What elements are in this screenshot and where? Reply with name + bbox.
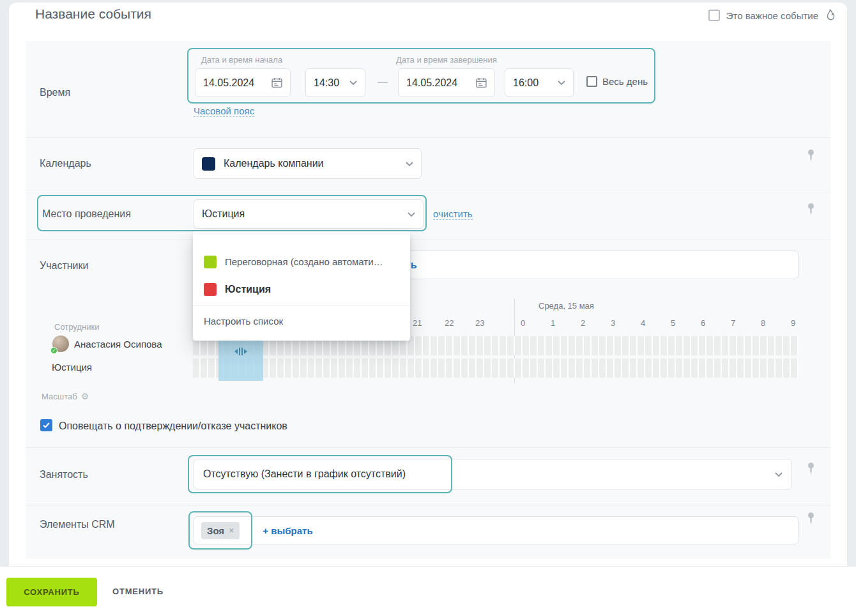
calendar-select[interactable]: Календарь компании	[194, 148, 422, 179]
tag-remove-icon[interactable]: ×	[229, 525, 234, 535]
important-event-group: Это важное событие	[708, 9, 836, 22]
crm-row-label: Элементы CRM	[40, 519, 115, 530]
notify-checkbox[interactable]	[40, 419, 52, 431]
scheduler-day-header: Среда, 15 мая	[539, 301, 594, 311]
end-time-select[interactable]: 16:00	[505, 68, 574, 97]
row-divider	[26, 447, 830, 448]
form-panel: Время Дата и время начала Дата и время з…	[26, 41, 830, 559]
resize-handle-icon[interactable]	[234, 348, 247, 355]
calendar-icon	[271, 77, 282, 88]
time-range-dash: —	[378, 76, 388, 88]
end-datetime-label: Дата и время завершения	[396, 55, 497, 65]
option-color-swatch	[204, 256, 217, 268]
row-divider	[26, 240, 830, 240]
scale-group: Масштаб ⚙	[42, 391, 89, 401]
crm-tag: Зоя ×	[201, 522, 240, 539]
start-time-value: 14:30	[314, 77, 339, 89]
all-day-label: Весь день	[602, 76, 648, 87]
row-divider	[26, 192, 830, 192]
hour-label: 8	[761, 318, 765, 328]
hour-label: 4	[641, 318, 645, 328]
crm-tag-label: Зоя	[207, 525, 224, 536]
hour-label: 23	[475, 318, 484, 328]
start-date-input[interactable]: 14.05.2024	[195, 68, 291, 97]
cancel-button[interactable]: ОТМЕНИТЬ	[112, 587, 164, 596]
location-option[interactable]: Юстиция	[193, 275, 410, 303]
location-option[interactable]: Переговорная (создано автомати…	[193, 248, 410, 275]
pin-icon[interactable]	[807, 512, 815, 527]
hour-label: 0	[521, 318, 525, 328]
hour-label: 22	[445, 318, 454, 328]
busy-select-value: Отсутствую (Занести в график отсутствий)	[203, 468, 406, 480]
calendar-row-label: Календарь	[40, 158, 91, 169]
footer-bar: СОХРАНИТЬ ОТМЕНИТЬ	[0, 566, 856, 616]
hour-label: 5	[671, 318, 675, 328]
busy-select[interactable]: Отсутствую (Занести в график отсутствий)	[194, 459, 792, 489]
hour-label: 7	[731, 318, 735, 328]
chevron-down-icon	[349, 81, 357, 85]
row-divider	[26, 137, 830, 138]
notify-label: Оповещать о подтверждении/отказе участни…	[59, 420, 287, 432]
row-divider	[26, 505, 830, 505]
all-day-group: Весь день	[586, 76, 648, 87]
chevron-down-icon	[775, 472, 783, 477]
hour-label: 9	[791, 318, 795, 328]
location-dropdown: Переговорная (создано автомати… Юстиция …	[193, 231, 410, 341]
end-date-input[interactable]: 14.05.2024	[398, 68, 495, 97]
important-event-label: Это важное событие	[726, 10, 818, 21]
event-edit-page: Название события Это важное событие Врем…	[0, 0, 856, 616]
employee-name: Анастасия Осипова	[74, 339, 162, 350]
time-row-label: Время	[40, 87, 70, 98]
hour-label: 1	[551, 318, 555, 328]
start-datetime-label: Дата и время начала	[201, 55, 282, 65]
location-select-value: Юстиция	[202, 208, 245, 220]
pin-icon[interactable]	[807, 150, 815, 164]
scale-label: Масштаб	[42, 392, 77, 401]
gear-icon[interactable]: ⚙	[81, 391, 89, 401]
resource-name: Юстиция	[52, 362, 92, 373]
scheduler-grid-row[interactable]	[193, 358, 799, 378]
important-event-checkbox[interactable]	[708, 10, 720, 21]
chevron-down-icon	[408, 212, 415, 217]
hour-label: 21	[413, 318, 422, 328]
chevron-down-icon	[558, 81, 565, 85]
start-date-value: 14.05.2024	[203, 77, 254, 89]
pin-icon[interactable]	[807, 463, 815, 477]
option-color-swatch	[204, 283, 217, 296]
hour-label: 6	[701, 318, 705, 328]
page-title: Название события	[35, 6, 151, 22]
location-row-label: Место проведения	[42, 208, 131, 220]
time-selection-block[interactable]	[218, 334, 263, 381]
timezone-link[interactable]: Часовой пояс	[194, 105, 254, 117]
end-date-value: 14.05.2024	[406, 77, 457, 89]
save-button[interactable]: СОХРАНИТЬ	[6, 578, 97, 606]
employees-label: Сотрудники	[54, 322, 99, 332]
all-day-checkbox[interactable]	[586, 76, 597, 87]
configure-list-item[interactable]: Настроить список	[193, 306, 410, 335]
location-option-label: Юстиция	[225, 284, 271, 295]
hour-label: 3	[611, 318, 615, 328]
chevron-down-icon	[406, 162, 413, 166]
participants-row-label: Участники	[40, 260, 88, 272]
employee-avatar: ✓	[52, 335, 69, 352]
pin-icon[interactable]	[807, 203, 815, 218]
start-time-select[interactable]: 14:30	[305, 68, 365, 97]
calendar-icon	[476, 77, 487, 88]
clear-location-link[interactable]: очистить	[433, 208, 473, 220]
hour-label: 2	[581, 318, 585, 328]
accepted-status-icon: ✓	[50, 347, 57, 354]
calendar-color-swatch	[202, 157, 215, 171]
calendar-select-value: Календарь компании	[224, 158, 401, 169]
location-option-label: Переговорная (создано автомати…	[225, 256, 383, 267]
busy-row-label: Занятость	[40, 469, 88, 481]
add-crm-link[interactable]: + выбрать	[263, 525, 312, 536]
crm-items-input[interactable]: Зоя × + выбрать	[194, 516, 799, 544]
location-select[interactable]: Юстиция	[194, 199, 424, 229]
flame-icon	[825, 9, 836, 22]
end-time-value: 16:00	[513, 77, 539, 89]
